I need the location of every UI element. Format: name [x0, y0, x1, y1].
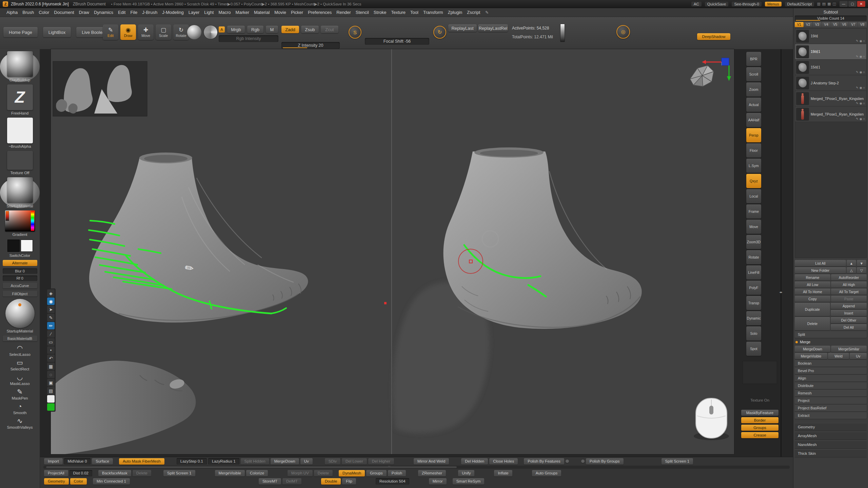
del-other-button[interactable]: Del Other	[831, 317, 867, 323]
bottom-button[interactable]: Delete	[314, 470, 333, 476]
layout-icon[interactable]: ▤	[822, 2, 826, 6]
tray-item[interactable]: Texture Off	[0, 151, 40, 175]
titlebar-chip[interactable]: Menus	[765, 2, 782, 6]
menu-item[interactable]: Render	[334, 10, 353, 15]
palette-header[interactable]: Geometry	[795, 423, 867, 431]
shelf-toggle-button[interactable]: Solo	[746, 326, 761, 341]
menu-item[interactable]: Texture	[389, 10, 408, 15]
rgb-button[interactable]: Rgb	[247, 26, 263, 33]
subtool-view-tab[interactable]: V2	[804, 22, 813, 27]
transform-mode-button[interactable]: ↻ Rotate	[173, 24, 189, 40]
bottom-button[interactable]: Resolution 504	[376, 478, 409, 485]
texture-preview[interactable]	[743, 361, 777, 384]
bottom-button[interactable]: Double	[321, 478, 341, 485]
bottom-button[interactable]: LazyRadius 1	[208, 458, 239, 465]
bottom-button[interactable]: Inflate	[494, 470, 512, 476]
zsub-button[interactable]: Zsub	[301, 26, 319, 33]
subtool-button[interactable]: List All	[795, 260, 846, 266]
subtool-view-tab[interactable]: V4	[822, 22, 831, 27]
subtool-button[interactable]: All High	[831, 281, 867, 288]
split-section-header[interactable]: Split	[795, 331, 867, 338]
bottom-button[interactable]: Del Lower	[342, 458, 367, 465]
polypaint-icon[interactable]: ○	[863, 86, 865, 89]
maximize-button[interactable]: ▢	[848, 1, 856, 7]
document-canvas[interactable]: ✎	[51, 49, 734, 454]
titlebar-chip[interactable]: See-through-0	[732, 2, 762, 6]
bottom-button[interactable]: StoreMT	[259, 478, 281, 485]
paint-icon[interactable]: ✎	[856, 55, 859, 58]
sculpt-viewport[interactable]: ✎	[51, 49, 734, 454]
layout-icon[interactable]: ▥	[817, 2, 820, 6]
bottom-button[interactable]: Polish	[388, 470, 406, 476]
polypaint-icon[interactable]: ○	[863, 102, 865, 105]
texture-toggle[interactable]: Texture On	[741, 398, 778, 402]
aux-button[interactable]: Groups	[741, 425, 778, 431]
shelf-toggle-button[interactable]: Scroll	[746, 67, 761, 81]
shelf-toggle-button[interactable]: Rotate	[746, 250, 761, 264]
bottom-button[interactable]: DynaMesh	[339, 470, 365, 476]
duplicate-button[interactable]: Duplicate	[795, 303, 830, 316]
menu-item[interactable]: Macro	[216, 10, 233, 15]
subtool-view-tab[interactable]: V8	[858, 22, 867, 27]
tray-item[interactable]: ✎ MaskPen	[0, 387, 40, 400]
shelf-nav-button[interactable]: LightBox	[43, 27, 71, 37]
lightbox-thumbnails[interactable]	[53, 61, 147, 116]
tray-item[interactable]: BasicMaterialB	[0, 336, 40, 341]
palette-header[interactable]: ArrayMesh	[795, 432, 867, 440]
polypaint-icon[interactable]: ○	[863, 70, 865, 74]
z-intensity-slider[interactable]: Z Intensity 20	[281, 42, 340, 49]
shelf-toggle-button[interactable]: L.Sym	[746, 159, 761, 173]
tray-item[interactable]: ◔ Smooth	[0, 402, 40, 415]
transform-mode-button[interactable]: ▢ Scale	[156, 24, 171, 40]
menu-item[interactable]: Transform	[421, 10, 446, 15]
paint-icon[interactable]: ✎	[856, 117, 859, 121]
titlebar-chip[interactable]: DefaultZScript	[785, 2, 814, 6]
bottom-button[interactable]	[566, 460, 569, 463]
tool-section-header[interactable]: Project BasRelief	[795, 405, 867, 411]
bottom-button[interactable]: Morph UV	[288, 470, 313, 476]
shelf-toggle-button[interactable]: LineFill	[746, 265, 761, 280]
bottom-button[interactable]: Mirror	[429, 478, 447, 485]
merge-section-header[interactable]: Merge	[795, 339, 867, 345]
menu-item[interactable]: Tool	[408, 10, 421, 15]
shelf-toggle-button[interactable]: PolyF	[746, 281, 761, 295]
visible-count-slider[interactable]: Visible Count 14	[795, 16, 867, 21]
tool-section-header[interactable]: Boolean	[795, 360, 867, 367]
layout-icon[interactable]: ▦	[827, 2, 831, 6]
bottom-button[interactable]: ProjectAll	[44, 470, 68, 476]
shelf-toggle-button[interactable]: Spot	[746, 342, 761, 356]
paint-icon[interactable]: ✎	[856, 70, 859, 74]
shelf-toggle-button[interactable]: Transp	[746, 296, 761, 310]
shelf-toggle-button[interactable]: Floor	[746, 143, 761, 158]
visibility-icon[interactable]: ◉	[860, 117, 862, 121]
tray-item[interactable]: Gradient	[0, 210, 40, 237]
tray-item[interactable]: Blur 0	[0, 268, 40, 274]
bottom-button[interactable]: Min Connected 1	[93, 478, 130, 485]
bottom-button[interactable]: Split Screen 1	[662, 458, 693, 465]
shelf-toggle-button[interactable]: BPR	[746, 52, 761, 66]
replay-icon[interactable]: ↻	[433, 26, 446, 39]
scrollbar-arrows-icon[interactable]: ◂▸	[388, 465, 392, 468]
subtool-view-tab[interactable]: V5	[831, 22, 840, 27]
subtool-view-tab[interactable]: V3	[813, 22, 822, 27]
subtool-row[interactable]: 15레1 ✎ ◉ ○	[795, 60, 866, 75]
subtool-view-tab[interactable]: V6	[840, 22, 849, 27]
subtool-button[interactable]: AutoReorder	[831, 274, 867, 281]
close-button[interactable]: ✕	[857, 1, 865, 7]
shelf-toggle-button[interactable]: Local	[746, 189, 761, 203]
tray-item[interactable]: ClayBuildup	[0, 51, 40, 82]
shelf-nav-button[interactable]: Home Page	[3, 27, 38, 37]
tool-section-header[interactable]: Distribute	[795, 382, 867, 389]
subtool-view-tab[interactable]: V1	[795, 22, 804, 27]
shelf-toggle-button[interactable]: AAHalf	[746, 113, 761, 127]
dot-tool[interactable]: •	[47, 346, 55, 354]
transform-mode-button[interactable]: ✎ Edit	[103, 24, 118, 40]
draw-size-gizmo-icon[interactable]: S	[349, 26, 361, 39]
m-button[interactable]: M	[266, 26, 278, 33]
replay-last-button[interactable]: ReplayLast	[448, 24, 477, 32]
pen-tool[interactable]: ✎	[47, 314, 55, 321]
subtool-row[interactable]: 19레 ✎ ◉ ○	[795, 28, 866, 44]
menu-item[interactable]: File	[128, 10, 140, 15]
bottom-button[interactable]: SDiv	[325, 458, 340, 465]
subtool-palette-title[interactable]: Subtool	[795, 9, 867, 16]
